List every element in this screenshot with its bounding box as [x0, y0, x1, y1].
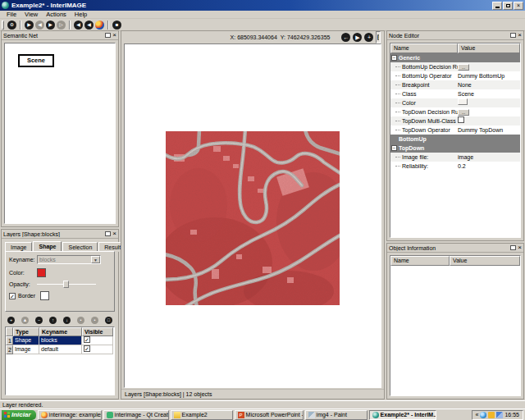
- close-panel-icon[interactable]: ×: [112, 231, 116, 236]
- property-row[interactable]: Image file: image: [390, 153, 520, 162]
- menu-view[interactable]: View: [21, 11, 42, 18]
- run-icon[interactable]: ▶: [46, 21, 55, 30]
- title-bar[interactable]: Example2* - InterIMAGE ×: [0, 0, 525, 11]
- color-swatch[interactable]: [37, 268, 46, 277]
- status-text: Layer rendered.: [2, 402, 43, 408]
- section-generic[interactable]: − Generic: [390, 53, 520, 62]
- col-type[interactable]: Type: [13, 327, 39, 336]
- object-info-header[interactable]: Object Information ×: [387, 244, 523, 253]
- move-down-icon[interactable]: ↓: [63, 317, 71, 324]
- close-panel-icon[interactable]: ×: [518, 245, 522, 250]
- collapse-icon[interactable]: −: [391, 55, 397, 61]
- opacity-slider-thumb[interactable]: [63, 281, 69, 288]
- taskbar-item-interimage[interactable]: Example2* - InterIM...: [369, 410, 436, 420]
- property-row[interactable]: TopDown Decision Rule ...: [390, 107, 520, 116]
- scene-node[interactable]: Scene: [18, 54, 54, 67]
- rewind-to-start-icon[interactable]: ◀: [84, 21, 94, 30]
- section-topdown[interactable]: − TopDown: [390, 144, 520, 153]
- ellipsis-button[interactable]: ...: [458, 64, 469, 71]
- info-button-frame[interactable]: i: [376, 31, 381, 43]
- table-row[interactable]: 2 Image default ✓: [6, 345, 114, 354]
- restore-button[interactable]: [503, 2, 513, 10]
- float-panel-icon[interactable]: [510, 33, 516, 38]
- col-name[interactable]: Name: [390, 256, 450, 266]
- taskbar-item-firefox[interactable]: interimage: examples:ex...: [38, 410, 102, 420]
- globe-icon[interactable]: [95, 21, 104, 30]
- border-color-swatch[interactable]: [40, 291, 49, 300]
- refresh-layers-icon[interactable]: □: [105, 317, 112, 324]
- minimize-button[interactable]: [492, 2, 502, 10]
- node-color-button[interactable]: [458, 98, 468, 105]
- border-checkbox[interactable]: ✓: [9, 293, 16, 299]
- extra-a-icon[interactable]: •: [77, 317, 84, 324]
- property-row[interactable]: Reliability: 0.2: [390, 162, 520, 171]
- menu-actions[interactable]: Actions: [42, 11, 71, 18]
- property-row[interactable]: Color: [390, 98, 520, 107]
- col-value[interactable]: Value: [450, 256, 520, 266]
- col-name[interactable]: Name: [390, 43, 458, 53]
- chevron-down-icon[interactable]: ▼: [91, 256, 100, 263]
- start-button[interactable]: Iniciar: [2, 410, 36, 420]
- zoom-button[interactable]: ▶: [353, 33, 362, 42]
- layers-header[interactable]: Layers [Shape:blocks] ×: [2, 230, 118, 239]
- tray-network-icon[interactable]: [496, 412, 503, 418]
- taskbar: Iniciar interimage: examples:ex... inter…: [0, 409, 525, 420]
- float-panel-icon[interactable]: [105, 33, 111, 38]
- property-row[interactable]: TopDown Operator Dummy TopDown: [390, 126, 520, 135]
- keyname-dropdown[interactable]: blocks ▼: [37, 255, 101, 264]
- semantic-net-header[interactable]: Semantic Net ×: [2, 31, 118, 40]
- remove-layer-icon[interactable]: −: [35, 317, 43, 324]
- col-keyname[interactable]: Keyname: [39, 327, 82, 336]
- menu-file[interactable]: File: [2, 11, 21, 18]
- taskbar-item-powerpoint[interactable]: P Microsoft PowerPoint - [I...: [235, 410, 304, 420]
- taskbar-item-explorer[interactable]: Example2: [171, 410, 233, 420]
- table-row[interactable]: 1 Shape blocks ✓: [6, 336, 114, 345]
- menu-help[interactable]: Help: [71, 11, 91, 18]
- node-editor-header[interactable]: Node Editor ×: [387, 31, 523, 40]
- opacity-slider[interactable]: [37, 284, 96, 285]
- property-row[interactable]: BottomUp Operator Dummy BottomUp: [390, 71, 520, 80]
- close-button[interactable]: ×: [514, 2, 523, 10]
- property-row[interactable]: Breakpoint None: [390, 80, 520, 89]
- stop-icon[interactable]: ■: [112, 21, 121, 30]
- taskbar-item-paint[interactable]: img4 - Paint: [305, 410, 368, 420]
- visible-checkbox[interactable]: ✓: [84, 345, 90, 352]
- pan-button[interactable]: +: [364, 33, 373, 42]
- property-row[interactable]: Class Scene: [390, 89, 520, 98]
- insert-layer-icon[interactable]: ▲: [21, 317, 29, 324]
- layers-table-header: Type Keyname Visible: [6, 327, 114, 336]
- execute-icon[interactable]: ▶: [25, 21, 34, 30]
- visible-checkbox[interactable]: ✓: [84, 336, 90, 343]
- float-panel-icon[interactable]: [510, 245, 516, 250]
- collapse-icon[interactable]: −: [391, 145, 397, 151]
- tray-chevron[interactable]: «: [476, 412, 479, 418]
- pointer-button[interactable]: ←: [341, 33, 350, 42]
- step-back-icon[interactable]: ◀: [35, 21, 44, 30]
- multiclass-checkbox[interactable]: [458, 116, 464, 123]
- ellipsis-button[interactable]: ...: [458, 109, 469, 116]
- semantic-net-canvas[interactable]: Scene: [4, 43, 116, 224]
- keyname-label: Keyname:: [9, 257, 37, 262]
- property-row[interactable]: BottomUp Decision Rule ...: [390, 62, 520, 71]
- close-panel-icon[interactable]: ×: [112, 33, 116, 38]
- settings-gear-icon[interactable]: ⚙: [7, 21, 16, 30]
- toolbar-grip[interactable]: [2, 21, 4, 30]
- col-visible[interactable]: Visible: [82, 327, 113, 336]
- add-layer-icon[interactable]: +: [7, 317, 15, 324]
- taskbar-item-qtcreator[interactable]: interimage - Qt Creator: [103, 410, 169, 420]
- close-panel-icon[interactable]: ×: [518, 33, 522, 38]
- tray-security-icon[interactable]: [488, 412, 495, 418]
- col-value[interactable]: Value: [458, 43, 520, 53]
- property-row[interactable]: TopDown Multi-Class: [390, 116, 520, 126]
- tray-globe-icon[interactable]: [480, 412, 486, 418]
- move-up-icon[interactable]: ↑: [49, 317, 57, 324]
- object-info-grid: Name Value: [390, 255, 521, 396]
- extra-b-icon[interactable]: •: [91, 317, 98, 324]
- run-to-end-icon[interactable]: ▷: [57, 21, 66, 30]
- info-button[interactable]: i: [377, 34, 379, 40]
- section-bottomup[interactable]: BottomUp: [390, 135, 520, 144]
- rewind-icon[interactable]: ◀: [74, 21, 83, 30]
- float-panel-icon[interactable]: [105, 231, 111, 236]
- map-canvas[interactable]: [124, 43, 381, 388]
- aerial-image-with-blocks-overlay[interactable]: [166, 131, 340, 305]
